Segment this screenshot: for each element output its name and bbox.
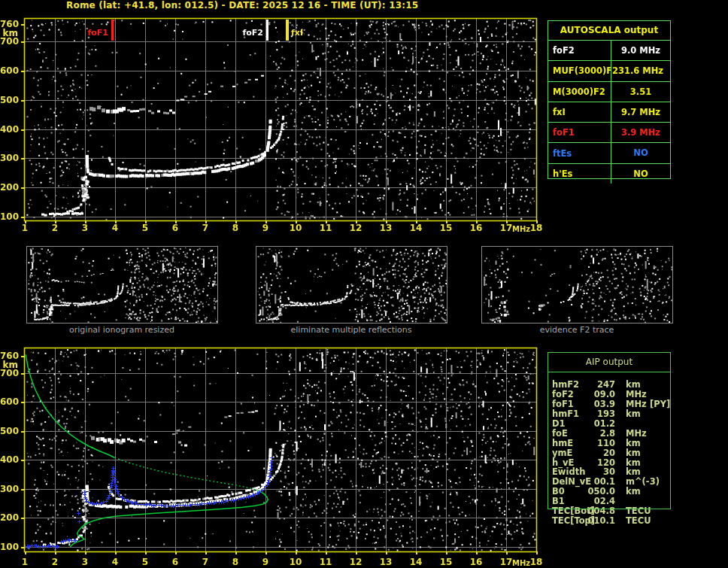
window-title: Rome (lat: +41.8, lon: 012.5) - DATE: 20… xyxy=(66,0,418,11)
autoscala-window: Rome (lat: +41.8, lon: 012.5) - DATE: 20… xyxy=(0,0,728,568)
aip-value: 120 xyxy=(576,457,615,468)
aip-unit: TECU xyxy=(626,515,651,526)
parameter-value: NO xyxy=(611,143,670,163)
aip-unit: MHz xyxy=(626,389,647,399)
table-row: hmF1193km xyxy=(548,409,671,418)
parameter-value: 31.6 MHz xyxy=(611,61,670,80)
parameter-label: h'Es xyxy=(548,169,611,179)
aip-label: foE xyxy=(552,428,568,439)
bottom-ionogram-plot xyxy=(0,340,557,568)
parameter-label: foF2 xyxy=(548,45,611,56)
table-row: foF209.0MHz xyxy=(548,389,671,399)
thumbnail-caption: eliminate multiple reflections xyxy=(256,325,447,335)
parameter-value: 3.51 xyxy=(611,82,670,102)
table-row: Ewidth30km xyxy=(548,466,671,476)
aip-label: hmF1 xyxy=(552,409,579,419)
autoscala-table-body: foF29.0 MHzMUF(3000)F231.6 MHzM(3000)F23… xyxy=(548,41,670,184)
autoscala-output-table: AUTOSCALA output foF29.0 MHzMUF(3000)F23… xyxy=(548,20,671,179)
aip-unit: TECU xyxy=(626,506,651,516)
aip-label: hmE xyxy=(552,438,573,448)
aip-value: 010.1 xyxy=(576,515,615,526)
aip-value: 00.1 xyxy=(576,476,615,487)
table-row: DelN_vE00.1m^(-3) xyxy=(548,476,671,486)
aip-label: D1 xyxy=(552,418,566,429)
table-row: MUF(3000)F231.6 MHz xyxy=(548,61,670,81)
parameter-label: MUF(3000)F2 xyxy=(548,65,611,76)
table-row: h'EsNO xyxy=(548,164,670,184)
aip-unit: km xyxy=(626,466,641,477)
aip-unit: m^(-3) xyxy=(626,476,660,487)
table-row: TEC[Top]010.1TECU xyxy=(548,515,671,525)
aip-value: 004.8 xyxy=(576,506,615,516)
aip-unit: km xyxy=(626,379,641,390)
aip-unit: km xyxy=(626,409,641,419)
parameter-label: M(3000)F2 xyxy=(548,87,611,97)
aip-unit: MHz xyxy=(626,399,647,409)
aip-value: 110 xyxy=(576,438,615,448)
top-ionogram-plot xyxy=(0,11,557,236)
aip-label: foF2 xyxy=(552,389,574,399)
aip-value: 20 xyxy=(576,448,615,458)
aip-unit: km xyxy=(626,438,641,448)
thumbnail-original-ionogram xyxy=(26,246,218,323)
table-row: hmF2247km xyxy=(548,379,671,389)
parameter-label: fxI xyxy=(548,107,611,117)
aip-value: 247 xyxy=(576,379,615,390)
aip-label: B0 xyxy=(552,486,565,497)
parameter-label: foF1 xyxy=(548,127,611,138)
table-row: foF13.9 MHz xyxy=(548,123,670,143)
thumbnail-caption: evidence F2 trace xyxy=(481,325,672,335)
aip-unit: km xyxy=(626,448,641,458)
table-row: foE2.8MHz xyxy=(548,428,671,438)
aip-label: B1 xyxy=(552,496,565,506)
table-row: foF29.0 MHz xyxy=(548,41,670,61)
table-row: D101.2 xyxy=(548,418,671,428)
table-row: h_vE120km xyxy=(548,457,671,467)
aip-extra: [PY] xyxy=(650,399,670,409)
aip-value: 050.0 xyxy=(576,486,615,497)
aip-unit: MHz xyxy=(626,428,647,439)
parameter-label: ftEs xyxy=(548,148,611,159)
thumbnail-evidence-f2-trace xyxy=(481,246,673,323)
table-row: B102.4 xyxy=(548,496,671,506)
aip-label: ymE xyxy=(552,448,572,458)
table-row: ftEsNO xyxy=(548,143,670,163)
aip-table-title: AIP output xyxy=(548,352,671,372)
aip-label: foF1 xyxy=(552,399,574,409)
aip-value: 193 xyxy=(576,409,615,419)
autoscala-table-title: AUTOSCALA output xyxy=(548,21,670,41)
thumbnail-caption: original ionogram resized xyxy=(26,325,217,335)
table-row: hmE110km xyxy=(548,438,671,448)
aip-value: 03.9 xyxy=(576,399,615,409)
aip-unit: km xyxy=(626,457,641,468)
aip-value: 02.4 xyxy=(576,496,615,506)
parameter-value: 9.0 MHz xyxy=(611,41,670,60)
aip-value: 2.8 xyxy=(576,428,615,439)
table-row: TEC[Bot]004.8TECU xyxy=(548,506,671,515)
parameter-value: NO xyxy=(611,164,670,184)
aip-table-body: hmF2247kmfoF209.0MHzfoF103.9MHz[PY]hmF11… xyxy=(548,372,671,525)
aip-value: 01.2 xyxy=(576,418,615,429)
table-row: ymE20km xyxy=(548,448,671,457)
table-row: B0050.0km xyxy=(548,486,671,496)
aip-value: 09.0 xyxy=(576,389,615,399)
aip-value: 30 xyxy=(576,466,615,477)
aip-unit: km xyxy=(626,486,641,497)
table-row: foF103.9MHz[PY] xyxy=(548,399,671,409)
aip-label: hmF2 xyxy=(552,379,579,390)
table-row: M(3000)F23.51 xyxy=(548,82,670,102)
thumbnail-eliminate-reflections xyxy=(256,246,447,323)
parameter-value: 3.9 MHz xyxy=(611,123,670,142)
aip-label: h_vE xyxy=(552,457,574,468)
aip-output-table: AIP output hmF2247kmfoF209.0MHzfoF103.9M… xyxy=(548,352,671,525)
table-row: fxI9.7 MHz xyxy=(548,102,670,123)
parameter-value: 9.7 MHz xyxy=(611,102,670,122)
